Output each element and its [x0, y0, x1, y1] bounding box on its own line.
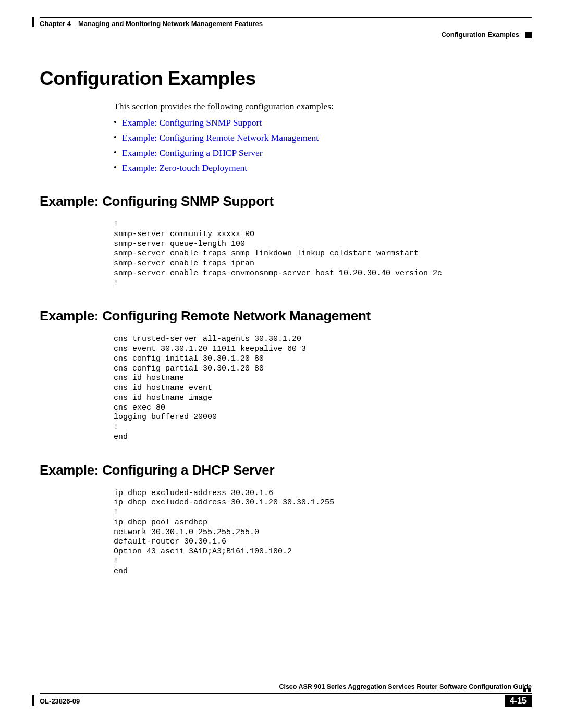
code-remote: cns trusted-server all-agents 30.30.1.20… [114, 335, 532, 442]
link-dhcp[interactable]: Example: Configuring a DHCP Server [122, 147, 532, 158]
header-accent-left [32, 17, 34, 27]
link-snmp[interactable]: Example: Configuring SNMP Support [122, 117, 532, 128]
link-remote-network[interactable]: Example: Configuring Remote Network Mana… [122, 132, 532, 143]
page-title: Configuration Examples [40, 68, 532, 90]
chapter-title: Managing and Monitoring Network Manageme… [78, 20, 263, 28]
header-rule [40, 17, 532, 18]
footer-guide-title: Cisco ASR 901 Series Aggregation Service… [40, 683, 532, 690]
footer-accent-left [32, 695, 34, 706]
example-links-list: Example: Configuring SNMP Support Exampl… [122, 117, 532, 174]
header-accent-right-icon [525, 32, 532, 38]
page-footer: Cisco ASR 901 Series Aggregation Service… [40, 683, 532, 707]
doc-id-text: OL-23826-09 [40, 697, 80, 705]
header-section-row: Configuration Examples [40, 31, 532, 39]
section-heading-snmp: Example: Configuring SNMP Support [40, 193, 532, 209]
section-heading-remote: Example: Configuring Remote Network Mana… [40, 308, 532, 324]
footer-page-number: 4-15 [505, 695, 532, 707]
page-number-text: 4-15 [510, 696, 527, 705]
intro-text: This section provides the following conf… [114, 101, 532, 112]
code-dhcp: ip dhcp excluded-address 30.30.1.6 ip dh… [114, 489, 532, 577]
link-zero-touch[interactable]: Example: Zero-touch Deployment [122, 163, 532, 174]
section-heading-dhcp: Example: Configuring a DHCP Server [40, 462, 532, 478]
footer-rule [40, 693, 532, 694]
code-snmp: ! snmp-server community xxxxx RO snmp-se… [114, 220, 532, 288]
chapter-number: Chapter 4 [40, 20, 71, 28]
section-label: Configuration Examples [441, 31, 519, 39]
footer-page-dots-icon [523, 688, 531, 692]
footer-doc-id: OL-23826-09 [40, 697, 80, 705]
header-chapter-row: Chapter 4 Managing and Monitoring Networ… [40, 20, 532, 28]
